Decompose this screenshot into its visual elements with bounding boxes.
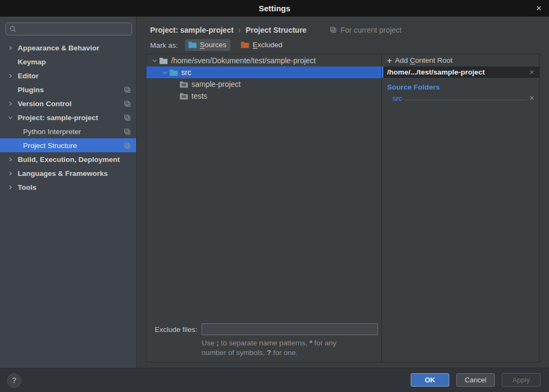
question-mark-icon: ? (12, 376, 17, 384)
scope-note-label: For current project (340, 26, 402, 34)
add-content-root-label: Add Content Root (395, 56, 452, 64)
exclude-files-section: Exclude files: Use ; to separate name pa… (146, 323, 381, 358)
chevron-right-icon[interactable] (7, 45, 18, 51)
settings-content: Project: sample-project › Project Struct… (137, 17, 549, 368)
exclude-files-hint: Use ; to separate name patterns, * for a… (202, 338, 381, 358)
settings-dialog: Settings ✕ Appearance & BehaviorKeymapEd… (0, 0, 549, 392)
chevron-down-icon[interactable] (150, 57, 159, 64)
sidebar-item-label: Editor (18, 72, 39, 80)
breadcrumb-page: Project Structure (246, 26, 307, 34)
sidebar-item-label: Plugins (18, 86, 44, 94)
project-level-icon (123, 142, 131, 150)
sidebar-item-version-control[interactable]: Version Control (0, 97, 136, 110)
tree-row-src[interactable]: src (146, 66, 381, 78)
breadcrumb: Project: sample-project › Project Struct… (137, 17, 549, 37)
mark-as-sources-button[interactable]: Sources (185, 39, 231, 51)
tree-node-label: sample-project (191, 80, 241, 88)
source-folders-list: src✕ (382, 93, 539, 103)
tree-node-label: tests (191, 92, 207, 100)
folder-icon (180, 93, 188, 100)
project-level-icon (123, 86, 131, 94)
tree-row-sample-project[interactable]: sample-project (146, 78, 381, 90)
exclude-files-label: Exclude files: (146, 326, 197, 334)
tree-node-label: src (181, 68, 191, 77)
sidebar-item-label: Appearance & Behavior (18, 44, 99, 52)
help-button[interactable]: ? (7, 373, 21, 388)
source-folder-name: src (392, 94, 402, 102)
tree-row-tests[interactable]: tests (146, 90, 381, 102)
search-box[interactable] (5, 23, 132, 35)
plus-icon: + (387, 56, 392, 64)
mark-as-excluded-button[interactable]: Excluded (238, 39, 287, 51)
sidebar-item-label: Tools (18, 183, 36, 191)
breadcrumb-project: Project: sample-project (150, 26, 234, 34)
breadcrumb-separator-icon: › (239, 26, 241, 34)
chevron-down-icon[interactable] (160, 69, 169, 76)
current-project-icon (329, 26, 337, 34)
sidebar-menu: Appearance & BehaviorKeymapEditorPlugins… (0, 41, 136, 194)
search-icon (9, 25, 17, 33)
settings-sidebar: Appearance & BehaviorKeymapEditorPlugins… (0, 17, 137, 368)
mark-as-toolbar: Mark as: SourcesExcluded (137, 37, 549, 53)
structure-panels: /home/sven/Dokumente/test/sample-project… (146, 54, 540, 363)
dialog-footer: ? OK Cancel Apply (0, 368, 549, 392)
sidebar-item-label: Build, Execution, Deployment (18, 156, 120, 164)
close-icon[interactable]: ✕ (532, 0, 546, 17)
ok-button[interactable]: OK (411, 373, 449, 387)
content-root-path: /home/.../test/sample-project (387, 68, 526, 76)
remove-source-folder-icon[interactable]: ✕ (529, 94, 535, 102)
blue-folder-icon (188, 41, 197, 48)
mark-as-button-label: Excluded (253, 41, 283, 49)
sidebar-item-appearance-behavior[interactable]: Appearance & Behavior (0, 41, 136, 55)
tree-node-label: /home/sven/Dokumente/test/sample-project (171, 56, 316, 65)
tree-row-home-sven-dokumente-test-sample-project[interactable]: /home/sven/Dokumente/test/sample-project (146, 55, 381, 66)
folder-icon (159, 57, 168, 64)
sidebar-item-python-interpreter[interactable]: Python Interpreter (0, 124, 136, 138)
sidebar-item-label: Languages & Frameworks (18, 169, 108, 177)
mark-as-button-label: Sources (200, 41, 227, 49)
project-level-icon (123, 100, 131, 108)
search-input[interactable] (19, 25, 128, 34)
content-roots-pane: + Add Content Root /home/.../test/sample… (381, 54, 539, 362)
folder-icon (169, 69, 178, 76)
orange-folder-icon (241, 41, 249, 48)
apply-button[interactable]: Apply (502, 373, 540, 387)
sidebar-item-label: Python Interpreter (23, 128, 81, 136)
title-bar: Settings ✕ (0, 0, 549, 17)
chevron-right-icon[interactable] (7, 170, 18, 177)
dotted-leader (404, 100, 527, 100)
content-tree-pane: /home/sven/Dokumente/test/sample-project… (146, 54, 381, 362)
sidebar-item-label: Version Control (18, 100, 72, 108)
chevron-right-icon[interactable] (7, 100, 18, 107)
sidebar-item-project-sample-project[interactable]: Project: sample-project (0, 110, 136, 124)
footer-buttons: OK Cancel Apply (411, 373, 540, 387)
source-folders-title: Source Folders (382, 78, 539, 93)
dialog-title: Settings (258, 4, 290, 13)
sidebar-item-label: Project: sample-project (18, 114, 98, 122)
exclude-files-input[interactable] (202, 323, 378, 335)
sidebar-item-build-execution-deployment[interactable]: Build, Execution, Deployment (0, 152, 136, 166)
chevron-right-icon[interactable] (7, 156, 18, 163)
content-root-header[interactable]: /home/.../test/sample-project ✕ (382, 66, 539, 78)
cancel-button[interactable]: Cancel (456, 373, 495, 387)
remove-content-root-icon[interactable]: ✕ (529, 69, 535, 76)
scope-note: For current project (329, 26, 402, 34)
folder-icon (180, 81, 188, 88)
sidebar-item-project-structure[interactable]: Project Structure (0, 138, 136, 152)
sidebar-item-label: Project Structure (23, 142, 77, 150)
project-level-icon (123, 114, 131, 122)
sidebar-item-tools[interactable]: Tools (0, 180, 136, 194)
chevron-right-icon[interactable] (7, 72, 18, 79)
project-level-icon (123, 128, 131, 136)
sidebar-item-keymap[interactable]: Keymap (0, 55, 136, 69)
add-content-root-button[interactable]: + Add Content Root (382, 54, 539, 66)
sidebar-item-languages-frameworks[interactable]: Languages & Frameworks (0, 166, 136, 180)
chevron-right-icon[interactable] (7, 184, 18, 191)
chevron-down-icon[interactable] (7, 114, 18, 121)
mark-as-label: Mark as: (150, 41, 178, 49)
source-folder-row-src[interactable]: src✕ (382, 93, 539, 103)
sidebar-item-label: Keymap (18, 58, 46, 66)
sidebar-item-plugins[interactable]: Plugins (0, 83, 136, 97)
sidebar-item-editor[interactable]: Editor (0, 69, 136, 83)
directory-tree: /home/sven/Dokumente/test/sample-project… (146, 54, 381, 102)
